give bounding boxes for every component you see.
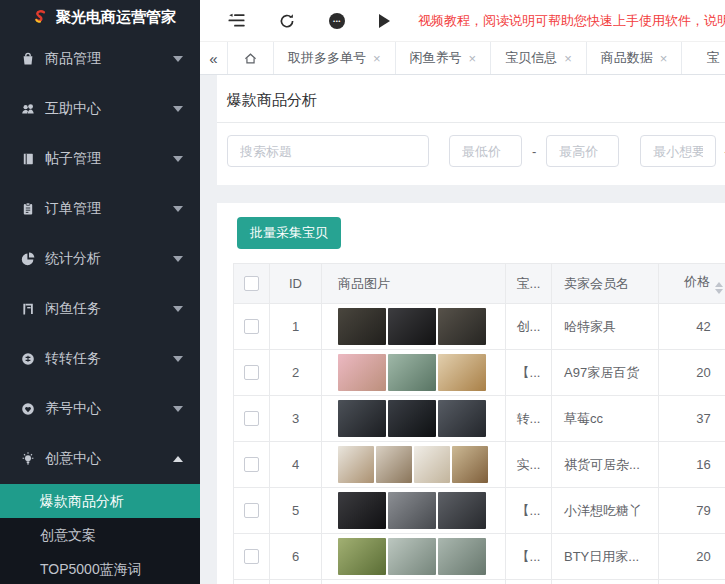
tab[interactable]: 取拼多多单号 — [274, 42, 396, 74]
messages-icon[interactable] — [329, 13, 345, 29]
table-row: 1 创... 哈特家具 42 — [234, 304, 725, 350]
sidebar-subitem[interactable]: 爆款商品分析 — [0, 484, 200, 518]
row-seller: A97家居百货 — [552, 350, 659, 396]
product-image[interactable] — [388, 492, 436, 529]
main-area: 视频教程，阅读说明可帮助您快速上手使用软件，说明 « 取拼多多单号 闲鱼养号 宝… — [200, 0, 725, 584]
play-icon[interactable] — [379, 14, 390, 28]
row-title: 创... — [506, 304, 552, 350]
row-price: 42 — [659, 304, 725, 350]
tab-label: 闲鱼养号 — [410, 49, 462, 67]
collect-items-button[interactable]: 批量采集宝贝 — [237, 217, 341, 249]
home-tab[interactable] — [228, 42, 274, 74]
row-checkbox[interactable] — [244, 457, 259, 472]
product-image[interactable] — [438, 400, 486, 437]
close-icon[interactable] — [469, 52, 477, 65]
product-image[interactable] — [438, 492, 486, 529]
bag-icon — [20, 51, 36, 67]
tab[interactable]: 宝 — [682, 42, 725, 74]
menu-item-label: 统计分析 — [45, 250, 173, 268]
posts-icon — [20, 151, 36, 167]
table-row: 5 【... 小洋想吃糖丫 79 — [234, 488, 725, 534]
product-image[interactable] — [388, 308, 436, 345]
row-title: 【... — [506, 488, 552, 534]
sidebar-subitem[interactable]: 创意文案 — [0, 518, 200, 552]
product-image[interactable] — [388, 354, 436, 391]
sidebar-menu-item[interactable]: 统计分析 — [0, 234, 200, 284]
menu-item-label: 闲鱼任务 — [45, 300, 173, 318]
close-icon[interactable] — [660, 52, 668, 65]
product-image[interactable] — [388, 538, 436, 575]
menu-item-label: 帖子管理 — [45, 150, 173, 168]
app-title: 聚光电商运营管家 — [56, 8, 176, 27]
row-title: 实... — [506, 442, 552, 488]
row-checkbox[interactable] — [244, 365, 259, 380]
tab[interactable]: 宝贝信息 — [491, 42, 587, 74]
product-image[interactable] — [438, 354, 486, 391]
panel-table: 批量采集宝贝 ID 商品图片 宝... 卖家会员名 — [217, 203, 725, 584]
table-header-row: ID 商品图片 宝... 卖家会员名 价格 — [234, 264, 725, 304]
close-icon[interactable] — [564, 52, 572, 65]
menu-item-label: 转转任务 — [45, 350, 173, 368]
min-want-input[interactable] — [640, 135, 716, 167]
product-image[interactable] — [376, 446, 412, 483]
chevron-down-icon — [173, 256, 183, 262]
tab-label: 商品数据 — [601, 49, 653, 67]
product-image[interactable] — [338, 538, 386, 575]
product-image[interactable] — [338, 400, 386, 437]
product-image[interactable] — [338, 308, 386, 345]
logo-icon — [32, 9, 49, 26]
row-title: 【... — [506, 350, 552, 396]
tab-label: 取拼多多单号 — [288, 49, 366, 67]
row-checkbox[interactable] — [244, 411, 259, 426]
select-all-checkbox[interactable] — [244, 276, 259, 291]
row-id: 3 — [270, 396, 322, 442]
product-thumbnails — [338, 354, 505, 391]
zhuanzhuan-icon — [20, 351, 36, 367]
sidebar-menu-item[interactable]: 互助中心 — [0, 84, 200, 134]
product-image[interactable] — [452, 446, 488, 483]
row-checkbox[interactable] — [244, 503, 259, 518]
app-logo: 聚光电商运营管家 — [0, 0, 200, 34]
chevron-down-icon — [173, 106, 183, 112]
product-image[interactable] — [438, 538, 486, 575]
sidebar-menu-item[interactable]: 帖子管理 — [0, 134, 200, 184]
sidebar-menu-item[interactable]: 养号中心 — [0, 384, 200, 434]
refresh-icon[interactable] — [279, 13, 295, 29]
product-image[interactable] — [414, 446, 450, 483]
filter-row: - - — [217, 123, 725, 185]
sidebar-menu-item[interactable]: 商品管理 — [0, 34, 200, 84]
product-image[interactable] — [338, 492, 386, 529]
search-title-input[interactable] — [227, 135, 429, 167]
tab-label: 宝 — [706, 49, 719, 67]
row-checkbox[interactable] — [244, 319, 259, 334]
row-title: 转... — [506, 396, 552, 442]
min-price-input[interactable] — [449, 135, 522, 167]
product-image[interactable] — [338, 446, 374, 483]
row-id: 2 — [270, 350, 322, 396]
range-dash: - — [532, 144, 536, 159]
row-title: 【... — [506, 534, 552, 580]
row-checkbox[interactable] — [244, 549, 259, 564]
product-image[interactable] — [388, 400, 436, 437]
product-image[interactable] — [438, 308, 486, 345]
row-price: 20 — [659, 350, 725, 396]
tab[interactable]: 闲鱼养号 — [396, 42, 492, 74]
menu-item-label: 商品管理 — [45, 50, 173, 68]
tabs-collapse-button[interactable]: « — [200, 42, 228, 74]
max-price-input[interactable] — [546, 135, 619, 167]
product-thumbnails — [338, 492, 505, 529]
chevron-down-icon — [173, 156, 183, 162]
table-row: 4 实... 祺货可居杂... 16 — [234, 442, 725, 488]
col-image: 商品图片 — [322, 264, 506, 304]
product-image[interactable] — [338, 354, 386, 391]
sort-icon[interactable] — [715, 282, 723, 294]
sidebar-menu-item[interactable]: 转转任务 — [0, 334, 200, 384]
tab[interactable]: 商品数据 — [587, 42, 683, 74]
sidebar-menu-item[interactable]: 订单管理 — [0, 184, 200, 234]
sidebar-menu-item[interactable]: 创意中心 — [0, 434, 200, 484]
sidebar-subitem[interactable]: TOP5000蓝海词 — [0, 552, 200, 584]
sidebar-menu-item[interactable]: 闲鱼任务 — [0, 284, 200, 334]
chevron-down-icon — [173, 306, 183, 312]
collapse-sidebar-icon[interactable] — [228, 13, 245, 28]
close-icon[interactable] — [373, 52, 381, 65]
